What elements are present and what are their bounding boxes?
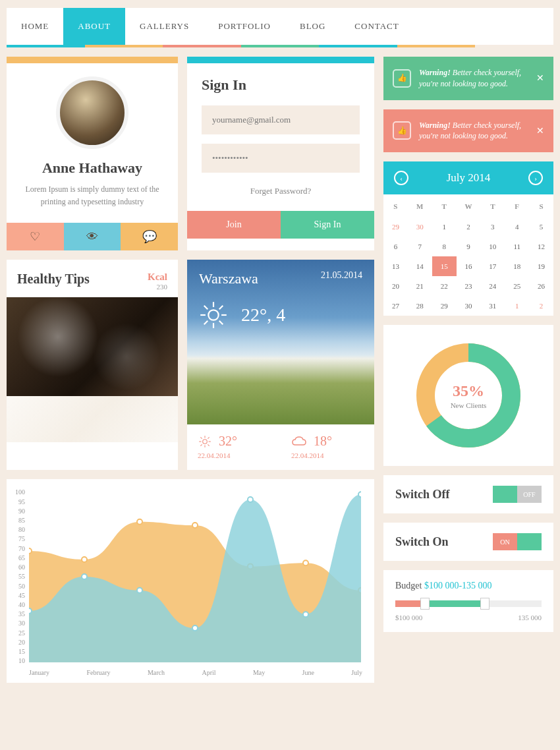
calendar-day[interactable]: 22 [432, 276, 457, 296]
calendar-day[interactable]: 24 [480, 276, 505, 296]
email-input[interactable] [202, 105, 360, 134]
thumbs-up-icon: 👍 [393, 69, 411, 88]
forecast1-date: 22.04.2014 [198, 451, 270, 459]
calendar-day[interactable]: 9 [457, 237, 481, 256]
nav-underline [7, 45, 553, 47]
calendar-day[interactable]: 3 [480, 217, 505, 237]
svg-line-17 [200, 444, 202, 446]
calendar-day[interactable]: 29 [432, 296, 457, 316]
calendar-day[interactable]: 30 [457, 296, 481, 316]
calendar-day[interactable]: 1 [432, 217, 457, 237]
close-icon[interactable]: ✕ [536, 125, 544, 136]
weather-date: 21.05.2014 [321, 270, 362, 287]
weather-city: Warszawa [199, 270, 258, 287]
svg-point-28 [192, 625, 198, 631]
svg-point-27 [137, 588, 142, 593]
like-button[interactable]: ♡ [7, 223, 64, 250]
next-month-button[interactable]: › [528, 171, 543, 185]
chart-x-axis: JanuaryFebruaryMarchAprilMayJuneJuly [29, 669, 362, 676]
calendar-day[interactable]: 28 [408, 296, 432, 316]
signin-button[interactable]: Sign In [281, 211, 374, 239]
alert-danger: 👍 Warning! Better check yourself, you're… [383, 109, 553, 153]
comment-button[interactable]: 💬 [121, 223, 178, 250]
calendar-day[interactable]: 14 [408, 256, 432, 276]
calendar-day[interactable]: 2 [529, 296, 553, 316]
calendar-day[interactable]: 4 [505, 217, 529, 237]
switch-off-card: Switch Off OFF [383, 475, 553, 513]
svg-point-21 [192, 523, 198, 528]
weather-temp: 22°, 4 [241, 304, 285, 326]
donut-card: 35% New Clients [383, 325, 553, 466]
nav-portfolio[interactable]: PORTFOLIO [204, 8, 285, 45]
chat-icon: 💬 [142, 229, 157, 244]
calendar-day[interactable]: 7 [408, 237, 432, 256]
kcal-value: 230 [148, 283, 167, 291]
healthy-card: Healthy Tips Kcal 230 [7, 260, 178, 470]
donut-percent: 35% [453, 382, 484, 400]
calendar-day[interactable]: 21 [408, 276, 432, 296]
calendar-day[interactable]: 1 [505, 296, 529, 316]
budget-title: Budget $100 000-135 000 [395, 581, 542, 591]
svg-line-15 [208, 444, 209, 446]
alert-text: Warning! Better check yourself, you're n… [419, 67, 528, 90]
calendar-day[interactable]: 15 [432, 256, 457, 276]
prev-month-button[interactable]: ‹ [394, 171, 408, 185]
forecast2-temp: 18° [314, 434, 332, 449]
close-icon[interactable]: ✕ [536, 72, 544, 84]
calendar-day[interactable]: 10 [480, 237, 505, 256]
svg-point-9 [203, 440, 208, 444]
nav-contact[interactable]: CONTACT [340, 8, 413, 45]
forecast1-temp: 32° [219, 434, 237, 449]
chart-y-axis: 100959085807570656055504540353025201510 [11, 488, 25, 664]
svg-point-19 [82, 557, 87, 562]
svg-line-6 [219, 321, 223, 325]
svg-point-18 [29, 548, 32, 554]
calendar-day[interactable]: 25 [505, 276, 529, 296]
calendar-day[interactable]: 12 [529, 237, 553, 256]
food-image [7, 297, 178, 396]
calendar-day[interactable]: 26 [529, 276, 553, 296]
calendar-day[interactable]: 20 [383, 276, 408, 296]
toggle-off[interactable]: OFF [493, 486, 542, 503]
svg-line-16 [208, 437, 209, 438]
budget-max: 135 000 [518, 614, 542, 621]
svg-line-14 [200, 437, 202, 438]
signin-card: Sign In Forget Password? Join Sign In [187, 57, 374, 250]
toggle-on[interactable]: ON [493, 533, 542, 550]
password-input[interactable] [202, 144, 360, 173]
view-button[interactable]: 👁 [64, 223, 121, 250]
calendar-day[interactable]: 17 [480, 256, 505, 276]
svg-point-20 [137, 519, 142, 525]
calendar-day[interactable]: 5 [529, 217, 553, 237]
calendar-day[interactable]: 8 [432, 237, 457, 256]
svg-point-0 [208, 310, 218, 320]
alert-text: Warning! Better check yourself, you're n… [419, 120, 528, 142]
nav-about[interactable]: ABOUT [63, 8, 125, 45]
nav-gallerys[interactable]: GALLERYS [125, 8, 204, 45]
calendar-day[interactable]: 19 [529, 256, 553, 276]
calendar-day[interactable]: 13 [383, 256, 408, 276]
calendar-day[interactable]: 30 [408, 217, 432, 237]
calendar-day[interactable]: 23 [457, 276, 481, 296]
calendar-day[interactable]: 29 [383, 217, 408, 237]
healthy-title: Healthy Tips [17, 272, 90, 287]
food-thumbs [7, 396, 178, 442]
calendar-day[interactable]: 27 [383, 296, 408, 316]
forgot-password-link[interactable]: Forget Password? [202, 182, 360, 198]
nav-blog[interactable]: BLOG [285, 8, 340, 45]
slider-handle-min[interactable] [420, 598, 430, 610]
join-button[interactable]: Join [187, 211, 281, 239]
calendar-day[interactable]: 31 [480, 296, 505, 316]
area-chart: 100959085807570656055504540353025201510 … [7, 479, 374, 683]
thumbs-up-icon: 👍 [393, 121, 411, 140]
calendar-day[interactable]: 6 [383, 237, 408, 256]
slider-handle-max[interactable] [480, 598, 490, 610]
calendar-day[interactable]: 16 [457, 256, 481, 276]
switch-label: Switch On [395, 535, 449, 549]
budget-slider[interactable] [395, 600, 542, 607]
nav-home[interactable]: HOME [7, 8, 63, 45]
svg-point-30 [303, 612, 308, 618]
calendar-day[interactable]: 2 [457, 217, 481, 237]
calendar-day[interactable]: 18 [505, 256, 529, 276]
calendar-day[interactable]: 11 [505, 237, 529, 256]
